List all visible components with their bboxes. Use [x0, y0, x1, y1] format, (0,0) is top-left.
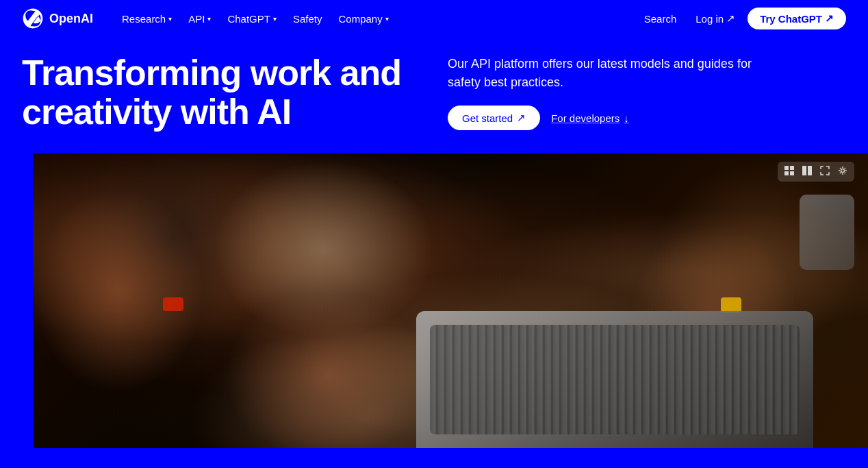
hero-description: Our API platform offers our latest model… [448, 55, 776, 92]
svg-rect-4 [802, 166, 806, 175]
nav-item-company[interactable]: Company ▾ [331, 9, 395, 29]
navbar: OpenAI Research ▾ API ▾ ChatGPT ▾ Safety… [0, 0, 868, 37]
hero-section: Transforming work and creativity with AI… [0, 37, 868, 153]
hero-right: Our API platform offers our latest model… [448, 55, 846, 130]
nav-item-chatgpt[interactable]: ChatGPT ▾ [220, 9, 283, 29]
chevron-down-icon: ▾ [207, 15, 211, 23]
brand-name: OpenAI [49, 12, 93, 26]
svg-rect-3 [790, 171, 794, 175]
nav-item-safety[interactable]: Safety [286, 9, 329, 29]
get-started-button[interactable]: Get started ↗ [448, 106, 540, 130]
nav-item-research[interactable]: Research ▾ [115, 9, 179, 29]
svg-rect-1 [790, 166, 794, 170]
svg-rect-2 [784, 171, 789, 175]
chevron-down-icon: ▾ [385, 15, 389, 23]
svg-rect-0 [784, 166, 789, 170]
columns-view-button[interactable] [800, 164, 815, 179]
arrow-icon: ↗ [825, 12, 834, 25]
settings-button[interactable] [835, 164, 850, 179]
arrow-down-icon: ↓ [624, 112, 629, 124]
nav-right: Search Log in ↗ Try ChatGPT ↗ [637, 8, 846, 29]
login-button[interactable]: Log in ↗ [689, 8, 742, 29]
hero-buttons: Get started ↗ For developers ↓ [448, 106, 846, 130]
svg-point-6 [841, 169, 845, 173]
nav-links: Research ▾ API ▾ ChatGPT ▾ Safety Compan… [115, 9, 637, 29]
brand-logo[interactable]: OpenAI [22, 8, 93, 29]
hero-image [33, 153, 868, 448]
grid-view-button[interactable] [782, 164, 797, 179]
hero-title: Transforming work and creativity with AI [22, 53, 420, 132]
svg-rect-5 [808, 166, 812, 175]
arrow-icon: ↗ [517, 112, 526, 124]
try-chatgpt-button[interactable]: Try ChatGPT ↗ [748, 8, 846, 29]
expand-button[interactable] [817, 164, 832, 179]
chevron-down-icon: ▾ [168, 15, 172, 23]
external-link-icon: ↗ [726, 12, 735, 25]
for-developers-button[interactable]: For developers ↓ [551, 112, 629, 124]
image-section [0, 153, 868, 448]
nav-item-api[interactable]: API ▾ [181, 9, 218, 29]
chevron-down-icon: ▾ [273, 15, 277, 23]
image-toolbar [778, 162, 854, 182]
hero-left: Transforming work and creativity with AI [22, 53, 420, 132]
search-button[interactable]: Search [637, 9, 684, 29]
